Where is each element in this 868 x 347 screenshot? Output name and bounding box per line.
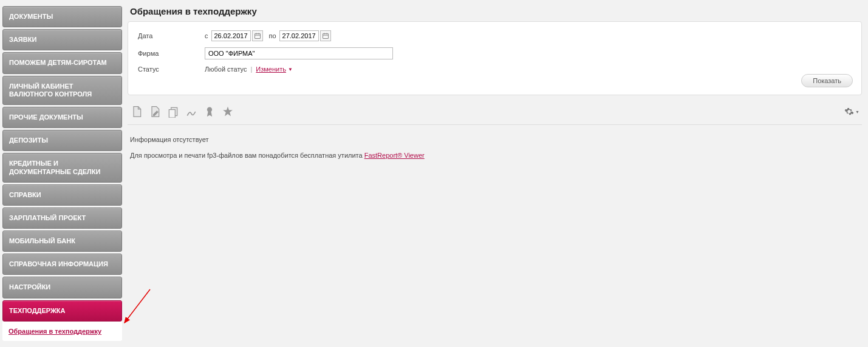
sidebar-item-settings[interactable]: НАСТРОЙКИ bbox=[2, 277, 122, 298]
chevron-down-icon: ▼ bbox=[288, 67, 293, 72]
filter-from-prefix: с bbox=[205, 32, 208, 39]
svg-point-10 bbox=[207, 107, 212, 112]
sidebar-item-mobile-bank[interactable]: МОБИЛЬНЫЙ БАНК bbox=[2, 231, 122, 252]
firm-input[interactable] bbox=[205, 47, 393, 59]
toolbar: ▼ bbox=[128, 95, 862, 125]
viewer-hint-text: Для просмотра и печати fp3-файлов вам по… bbox=[130, 152, 364, 159]
sidebar-item-references[interactable]: СПРАВКИ bbox=[2, 184, 122, 206]
new-document-icon[interactable] bbox=[130, 105, 143, 118]
sidebar: ДОКУМЕНТЫ ЗАЯВКИ ПОМОЖЕМ ДЕТЯМ-СИРОТАМ Л… bbox=[0, 0, 125, 347]
sidebar-item-currency-control[interactable]: ЛИЧНЫЙ КАБИНЕТ ВАЛЮТНОГО КОНТРОЛЯ bbox=[2, 76, 122, 105]
sidebar-item-requests[interactable]: ЗАЯВКИ bbox=[2, 29, 122, 50]
page-title: Обращения в техподдержку bbox=[128, 6, 862, 16]
sidebar-item-deposits[interactable]: ДЕПОЗИТЫ bbox=[2, 130, 122, 151]
fastreport-link[interactable]: FastReport® Viewer bbox=[364, 152, 425, 159]
sign-document-icon[interactable] bbox=[185, 105, 198, 118]
status-separator: | bbox=[250, 66, 252, 73]
calendar-icon[interactable] bbox=[252, 30, 263, 41]
empty-info-text: Информация отсутствует bbox=[128, 125, 862, 152]
sidebar-sublink-support-requests[interactable]: Обращения в техподдержку bbox=[9, 328, 101, 335]
svg-rect-0 bbox=[255, 34, 260, 39]
svg-rect-9 bbox=[169, 110, 175, 118]
copy-document-icon[interactable] bbox=[166, 105, 180, 118]
sidebar-item-other-docs[interactable]: ПРОЧИЕ ДОКУМЕНТЫ bbox=[2, 107, 122, 128]
annotation-arrow bbox=[120, 286, 156, 335]
svg-rect-4 bbox=[323, 34, 328, 39]
filter-firm-label: Фирма bbox=[138, 50, 205, 57]
date-from-input[interactable] bbox=[211, 30, 251, 41]
edit-document-icon[interactable] bbox=[148, 105, 162, 118]
calendar-icon[interactable] bbox=[320, 30, 331, 41]
filter-date-label: Дата bbox=[138, 32, 205, 39]
sidebar-item-credit-deals[interactable]: КРЕДИТНЫЕ И ДОКУМЕНТАРНЫЕ СДЕЛКИ bbox=[2, 153, 122, 182]
filter-status-label: Статус bbox=[138, 66, 205, 73]
sidebar-item-reference-info[interactable]: СПРАВОЧНАЯ ИНФОРМАЦИЯ bbox=[2, 254, 122, 275]
sidebar-item-support[interactable]: ТЕХПОДДЕРЖКА bbox=[2, 300, 122, 322]
ribbon-icon[interactable] bbox=[203, 105, 216, 118]
sidebar-item-orphans[interactable]: ПОМОЖЕМ ДЕТЯМ-СИРОТАМ bbox=[2, 52, 122, 73]
settings-gear-button[interactable]: ▼ bbox=[844, 107, 859, 116]
filter-panel: Дата с по Фирма Статус Любой статус | bbox=[128, 21, 862, 95]
sidebar-item-salary-project[interactable]: ЗАРПЛАТНЫЙ ПРОЕКТ bbox=[2, 207, 122, 229]
main-content: Обращения в техподдержку Дата с по Фирма bbox=[125, 0, 868, 347]
filter-to-prefix: по bbox=[269, 32, 276, 39]
date-to-input[interactable] bbox=[279, 30, 319, 41]
star-icon[interactable] bbox=[221, 105, 234, 118]
chevron-down-icon: ▼ bbox=[855, 110, 859, 114]
show-button[interactable]: Показать bbox=[801, 74, 853, 87]
viewer-hint: Для просмотра и печати fp3-файлов вам по… bbox=[128, 152, 862, 159]
svg-line-11 bbox=[125, 289, 150, 323]
status-change-link[interactable]: Изменить bbox=[256, 66, 286, 73]
sidebar-subitem-support-requests: Обращения в техподдержку bbox=[2, 322, 122, 341]
sidebar-item-documents[interactable]: ДОКУМЕНТЫ bbox=[2, 6, 122, 27]
status-value: Любой статус bbox=[205, 66, 247, 73]
gear-icon bbox=[844, 107, 854, 116]
